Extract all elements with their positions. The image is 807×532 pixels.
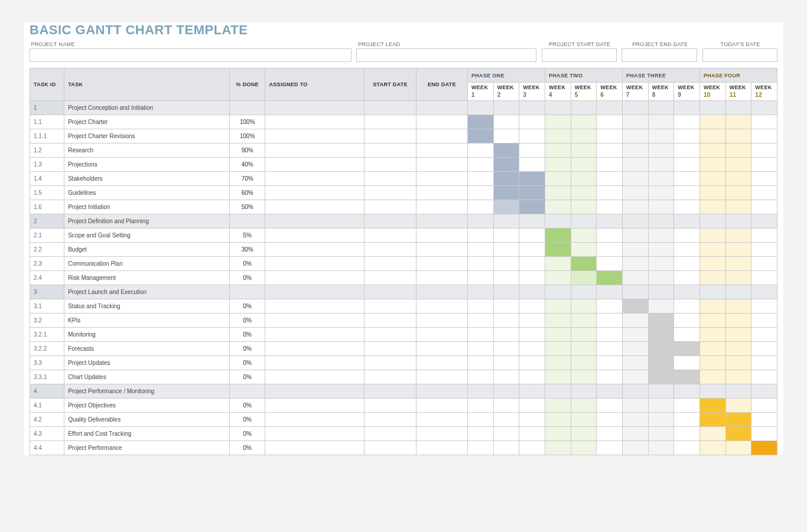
task-row[interactable]: 2.1Scope and Goal Setting5%	[30, 228, 777, 242]
cell-week-2[interactable]	[493, 440, 519, 455]
cell-week-6[interactable]	[597, 171, 623, 185]
cell-week-7[interactable]	[622, 115, 648, 129]
cell-week-2[interactable]	[493, 256, 519, 270]
task-row[interactable]: 2.2Budget30%	[30, 242, 777, 256]
cell-week-5[interactable]	[571, 370, 597, 384]
cell-assigned-to[interactable]	[265, 398, 365, 412]
cell-task-id[interactable]: 2	[30, 214, 64, 228]
cell-week-10[interactable]	[699, 285, 725, 299]
cell-week-1[interactable]	[468, 185, 494, 200]
cell-week-11[interactable]	[725, 256, 751, 270]
cell-week-10[interactable]	[699, 412, 725, 426]
cell-week-11[interactable]	[725, 412, 751, 426]
cell-week-10[interactable]	[699, 398, 725, 412]
cell-week-2[interactable]	[493, 214, 519, 228]
cell-week-3[interactable]	[519, 100, 545, 115]
cell-week-12[interactable]	[751, 327, 777, 341]
cell-task[interactable]: Project Charter Revisions	[64, 129, 230, 143]
cell-week-12[interactable]	[751, 313, 777, 327]
cell-week-10[interactable]	[699, 355, 725, 370]
cell-week-8[interactable]	[648, 285, 674, 299]
cell-week-4[interactable]	[545, 185, 571, 200]
cell-week-10[interactable]	[699, 143, 725, 157]
cell-week-4[interactable]	[545, 171, 571, 185]
cell-task-id[interactable]: 4.3	[30, 426, 64, 440]
cell-start-date[interactable]	[365, 370, 416, 384]
cell-week-9[interactable]	[674, 171, 700, 185]
cell-week-8[interactable]	[648, 200, 674, 214]
cell-week-7[interactable]	[622, 384, 648, 398]
task-row[interactable]: 1.3Projections40%	[30, 157, 777, 171]
cell-week-3[interactable]	[519, 398, 545, 412]
cell-week-6[interactable]	[597, 185, 623, 200]
cell-week-4[interactable]	[545, 100, 571, 115]
cell-week-10[interactable]	[699, 384, 725, 398]
cell-week-7[interactable]	[622, 398, 648, 412]
cell-end-date[interactable]	[416, 129, 467, 143]
cell-start-date[interactable]	[365, 341, 416, 355]
cell-week-11[interactable]	[725, 242, 751, 256]
cell-task-id[interactable]: 4.4	[30, 440, 64, 455]
cell-week-11[interactable]	[725, 398, 751, 412]
cell-task-id[interactable]: 3.2	[30, 313, 64, 327]
cell-week-8[interactable]	[648, 299, 674, 313]
cell-week-7[interactable]	[622, 200, 648, 214]
cell-week-9[interactable]	[674, 200, 700, 214]
cell-pct-done[interactable]: 0%	[230, 341, 265, 355]
cell-week-4[interactable]	[545, 384, 571, 398]
cell-task-id[interactable]: 1.4	[30, 171, 64, 185]
cell-pct-done[interactable]: 0%	[230, 426, 265, 440]
cell-week-12[interactable]	[751, 398, 777, 412]
cell-end-date[interactable]	[416, 440, 467, 455]
cell-end-date[interactable]	[416, 398, 467, 412]
cell-week-2[interactable]	[493, 157, 519, 171]
cell-task-id[interactable]: 1	[30, 100, 64, 115]
cell-week-10[interactable]	[699, 327, 725, 341]
cell-week-5[interactable]	[571, 398, 597, 412]
cell-week-4[interactable]	[545, 143, 571, 157]
cell-week-12[interactable]	[751, 299, 777, 313]
cell-task[interactable]: Project Definition and Planning	[64, 214, 230, 228]
cell-start-date[interactable]	[365, 129, 416, 143]
cell-week-11[interactable]	[725, 200, 751, 214]
cell-week-6[interactable]	[597, 256, 623, 270]
cell-week-7[interactable]	[622, 341, 648, 355]
cell-week-5[interactable]	[571, 143, 597, 157]
cell-week-11[interactable]	[725, 171, 751, 185]
cell-assigned-to[interactable]	[265, 100, 365, 115]
cell-week-2[interactable]	[493, 370, 519, 384]
cell-week-9[interactable]	[674, 384, 700, 398]
cell-week-2[interactable]	[493, 412, 519, 426]
cell-week-4[interactable]	[545, 440, 571, 455]
cell-week-11[interactable]	[725, 341, 751, 355]
cell-week-2[interactable]	[493, 270, 519, 285]
cell-assigned-to[interactable]	[265, 370, 365, 384]
cell-week-7[interactable]	[622, 185, 648, 200]
cell-week-3[interactable]	[519, 426, 545, 440]
cell-pct-done[interactable]: 0%	[230, 256, 265, 270]
cell-pct-done[interactable]: 100%	[230, 115, 265, 129]
cell-end-date[interactable]	[416, 228, 467, 242]
cell-week-10[interactable]	[699, 426, 725, 440]
cell-week-2[interactable]	[493, 285, 519, 299]
cell-week-3[interactable]	[519, 143, 545, 157]
cell-week-10[interactable]	[699, 440, 725, 455]
task-row[interactable]: 3.2.1Monitoring0%	[30, 327, 777, 341]
cell-week-3[interactable]	[519, 384, 545, 398]
cell-end-date[interactable]	[416, 327, 467, 341]
section-row[interactable]: 2Project Definition and Planning	[30, 214, 777, 228]
cell-assigned-to[interactable]	[265, 143, 365, 157]
cell-end-date[interactable]	[416, 355, 467, 370]
cell-task[interactable]: Budget	[64, 242, 230, 256]
cell-week-4[interactable]	[545, 341, 571, 355]
cell-week-7[interactable]	[622, 440, 648, 455]
cell-week-2[interactable]	[493, 100, 519, 115]
cell-task[interactable]: Project Charter	[64, 115, 230, 129]
cell-week-3[interactable]	[519, 228, 545, 242]
cell-week-6[interactable]	[597, 341, 623, 355]
cell-week-11[interactable]	[725, 100, 751, 115]
cell-assigned-to[interactable]	[265, 228, 365, 242]
task-row[interactable]: 3.3.1Chart Updates0%	[30, 370, 777, 384]
cell-pct-done[interactable]: 0%	[230, 270, 265, 285]
cell-week-6[interactable]	[597, 327, 623, 341]
